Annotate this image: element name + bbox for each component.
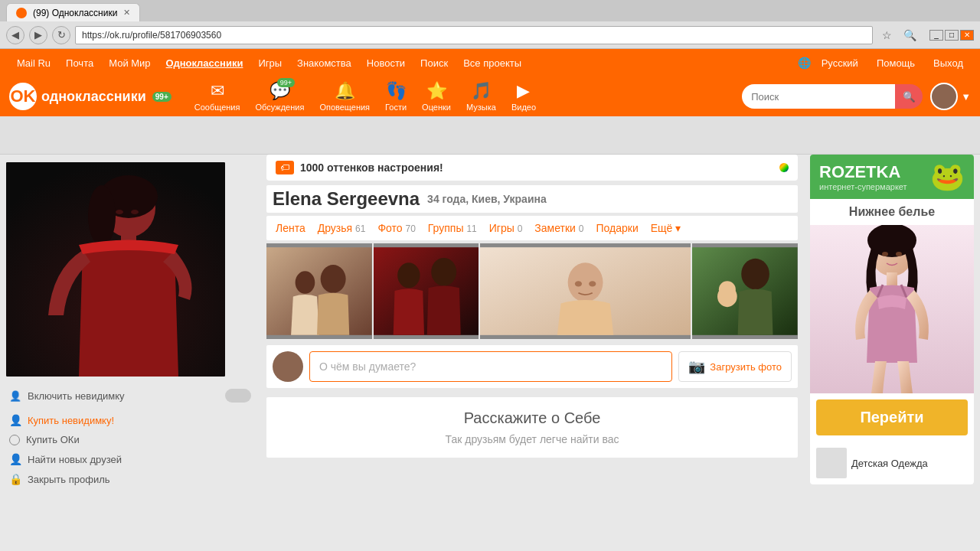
nav-vse-proekty[interactable]: Все проекты	[456, 49, 529, 77]
svg-point-13	[431, 258, 456, 286]
user-avatar[interactable]	[930, 83, 958, 110]
buy-invisible-icon: 👤	[9, 414, 21, 426]
nav-poisk[interactable]: Поиск	[413, 49, 456, 77]
tab-lenta[interactable]: Лента	[276, 222, 305, 234]
friends-count: 61	[355, 223, 365, 234]
reload-button[interactable]: ↻	[52, 26, 70, 44]
tab-games[interactable]: Игры 0	[489, 222, 523, 234]
find-friends-link[interactable]: 👤 Найти новых друзей	[6, 449, 254, 469]
search-button[interactable]: 🔍	[895, 84, 923, 109]
svg-point-15	[568, 262, 603, 302]
buy-invisible-link[interactable]: 👤 Купить невидимку!	[6, 410, 254, 430]
tab-friends[interactable]: Друзья 61	[318, 222, 366, 234]
ad-bottom-label: Детская Одежда	[851, 458, 928, 469]
search-input[interactable]	[742, 84, 895, 109]
ad-subtitle: Нижнее белье	[810, 199, 974, 225]
tab-close-icon[interactable]: ✕	[123, 8, 130, 18]
nav-igry[interactable]: Игры	[250, 49, 289, 77]
nav-novosti[interactable]: Новости	[359, 49, 413, 77]
nav-ratings[interactable]: ⭐ Оценки	[414, 78, 459, 115]
minimize-button[interactable]: _	[929, 30, 943, 41]
post-box: О чём вы думаете? 📷 Загрузить фото	[266, 345, 798, 388]
user-menu-chevron[interactable]: ▼	[961, 91, 971, 103]
back-button[interactable]: ◀	[6, 26, 24, 44]
photo-item-2[interactable]	[374, 243, 479, 339]
close-profile-link[interactable]: 🔒 Закрыть профиль	[6, 469, 254, 489]
nav-alerts[interactable]: 🔔 Оповещения	[312, 78, 377, 115]
post-input[interactable]: О чём вы думаете?	[309, 351, 672, 382]
close-button[interactable]: ✕	[960, 30, 974, 41]
right-sidebar: ROZETKA интернет-супермаркет 🐸 Нижнее бе…	[804, 155, 980, 500]
upload-photo-button[interactable]: 📷 Загрузить фото	[678, 351, 792, 382]
profile-banner: 🏷 1000 оттенков настроения!	[266, 155, 798, 181]
camera-icon: 📷	[688, 358, 705, 375]
nav-video-label: Видео	[511, 103, 536, 112]
buy-ok-link[interactable]: Купить ОКи	[6, 430, 254, 449]
browser-action-star[interactable]: ☆	[877, 26, 896, 44]
nav-guests[interactable]: 👣 Гости	[377, 78, 414, 115]
toggle-switch[interactable]	[225, 389, 251, 403]
address-bar[interactable]: https://ok.ru/profile/581706903560	[75, 26, 873, 44]
buy-invisible-label: Купить невидимку!	[28, 415, 114, 426]
svg-point-4	[88, 185, 116, 246]
photo-item-4[interactable]	[692, 243, 798, 339]
ok-header: OK одноклассники 99+ ✉ Сообщения 💬 99+ О…	[0, 77, 980, 116]
tab-notes[interactable]: Заметки 0	[534, 222, 583, 234]
discussions-badge: 99+	[277, 78, 295, 87]
photos-count: 70	[405, 223, 415, 234]
find-friends-icon: 👤	[9, 453, 21, 465]
ok-logo[interactable]: OK одноклассники 99+	[9, 83, 172, 110]
browser-chrome: (99) Одноклассники ✕ ◀ ▶ ↻ https://ok.ru…	[0, 0, 980, 49]
forward-button[interactable]: ▶	[29, 26, 47, 44]
invisible-toggle[interactable]: 👤 Включить невидимку	[6, 384, 254, 407]
tab-more[interactable]: Ещё ▾	[651, 222, 681, 234]
ad-header: ROZETKA интернет-супермаркет 🐸	[810, 155, 974, 199]
groups-count: 11	[466, 223, 476, 234]
messages-icon: ✉	[211, 81, 224, 101]
video-icon: ▶	[517, 81, 530, 101]
ad-image	[810, 225, 974, 393]
tab-gifts[interactable]: Подарки	[596, 222, 638, 234]
top-nav-bar: Mail Ru Почта Мой Мир Одноклассники Игры…	[0, 49, 980, 77]
svg-point-7	[131, 210, 139, 214]
profile-tabs: Лента Друзья 61 Фото 70 Группы 11 Игры 0…	[266, 216, 798, 240]
photo-item-3[interactable]	[480, 243, 691, 339]
person-icon: 👤	[9, 390, 21, 402]
active-tab[interactable]: (99) Одноклассники ✕	[6, 3, 140, 21]
maximize-button[interactable]: □	[945, 30, 959, 41]
nav-mail-ru[interactable]: Mail Ru	[9, 49, 58, 77]
nav-pochta[interactable]: Почта	[58, 49, 101, 77]
tab-title: (99) Одноклассники	[33, 8, 117, 18]
guests-icon: 👣	[386, 81, 407, 101]
nav-moy-mir[interactable]: Мой Мир	[101, 49, 158, 77]
rozetka-frog-icon: 🐸	[930, 161, 965, 193]
buy-ok-icon	[9, 435, 20, 445]
svg-point-6	[116, 210, 123, 214]
svg-rect-25	[887, 272, 897, 286]
nav-help[interactable]: Помощь	[869, 49, 923, 77]
profile-meta: 34 года, Киев, Украина	[427, 193, 547, 205]
notes-count: 0	[579, 223, 584, 234]
ad-cta-button[interactable]: Перейти	[816, 399, 968, 435]
nav-guests-label: Гости	[385, 103, 407, 112]
nav-odnoklassniki[interactable]: Одноклассники	[158, 49, 251, 77]
browser-action-search[interactable]: 🔍	[900, 26, 919, 44]
nav-discussions[interactable]: 💬 99+ Обсуждения	[247, 78, 312, 115]
photo-item-1[interactable]	[266, 243, 372, 339]
tab-bar: (99) Одноклассники ✕	[0, 0, 980, 21]
tell-subtitle: Так друзьям будет легче найти вас	[279, 433, 786, 445]
svg-point-17	[589, 281, 596, 286]
nav-music[interactable]: 🎵 Музыка	[459, 78, 504, 115]
nav-znakomstva[interactable]: Знакомства	[289, 49, 359, 77]
music-icon: 🎵	[471, 81, 492, 101]
tab-groups[interactable]: Группы 11	[428, 222, 477, 234]
browser-toolbar: ◀ ▶ ↻ https://ok.ru/profile/581706903560…	[0, 21, 980, 49]
close-profile-label: Закрыть профиль	[28, 474, 110, 485]
ratings-icon: ⭐	[426, 81, 447, 101]
nav-logout[interactable]: Выход	[926, 49, 971, 77]
nav-messages[interactable]: ✉ Сообщения	[187, 78, 248, 115]
svg-point-16	[575, 281, 582, 286]
nav-video[interactable]: ▶ Видео	[504, 78, 544, 115]
nav-russian[interactable]: Русский	[814, 49, 866, 77]
tab-photos[interactable]: Фото 70	[377, 222, 415, 234]
